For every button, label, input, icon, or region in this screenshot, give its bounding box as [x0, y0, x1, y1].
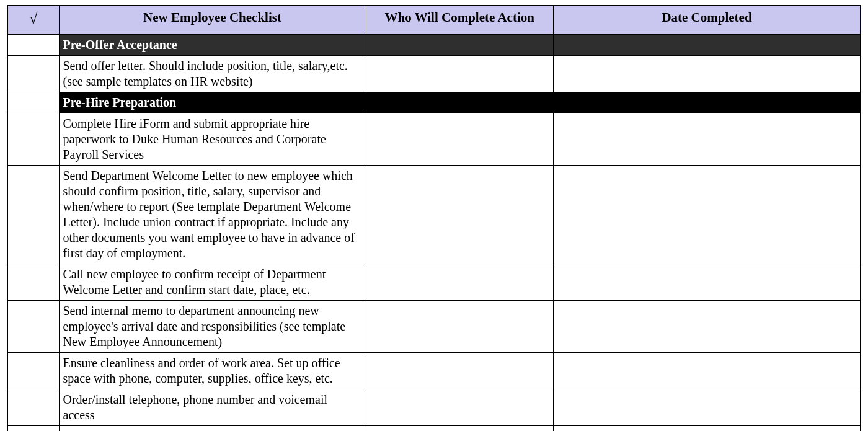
section-header-row: Pre-Offer Acceptance — [8, 35, 861, 56]
date-cell[interactable] — [554, 389, 861, 426]
who-cell[interactable] — [366, 301, 554, 353]
header-checkmark: √ — [8, 6, 60, 35]
check-cell[interactable] — [8, 389, 60, 426]
table-row: Ensure cleanliness and order of work are… — [8, 353, 861, 389]
section-who-cell — [366, 35, 554, 56]
table-row: Arrange for computer login and password … — [8, 426, 861, 432]
section-title: Pre-Hire Preparation — [59, 92, 861, 113]
who-cell[interactable] — [366, 113, 554, 166]
date-cell[interactable] — [554, 426, 861, 432]
check-cell[interactable] — [8, 56, 60, 92]
who-cell[interactable] — [366, 166, 554, 264]
checklist-item: Send internal memo to department announc… — [59, 301, 366, 353]
section-check-cell — [8, 35, 60, 56]
checklist-item: Order/install telephone, phone number an… — [59, 389, 366, 426]
check-cell[interactable] — [8, 426, 60, 432]
checklist-item: Complete Hire iForm and submit appropria… — [59, 113, 366, 166]
checklist-item: Arrange for computer login and password … — [59, 426, 366, 432]
date-cell[interactable] — [554, 301, 861, 353]
section-check-cell — [8, 92, 60, 113]
checklist-item: Ensure cleanliness and order of work are… — [59, 353, 366, 389]
check-cell[interactable] — [8, 353, 60, 389]
date-cell[interactable] — [554, 113, 861, 166]
table-row: Complete Hire iForm and submit appropria… — [8, 113, 861, 166]
section-header-row: Pre-Hire Preparation — [8, 92, 861, 113]
checklist-item: Send offer letter. Should include positi… — [59, 56, 366, 92]
check-cell[interactable] — [8, 166, 60, 264]
table-row: Send offer letter. Should include positi… — [8, 56, 861, 92]
who-cell[interactable] — [366, 56, 554, 92]
who-cell[interactable] — [366, 353, 554, 389]
date-cell[interactable] — [554, 166, 861, 264]
table-row: Send Department Welcome Letter to new em… — [8, 166, 861, 264]
check-cell[interactable] — [8, 113, 60, 166]
who-cell[interactable] — [366, 426, 554, 432]
header-checklist: New Employee Checklist — [59, 6, 366, 35]
checklist-item: Send Department Welcome Letter to new em… — [59, 166, 366, 264]
check-cell[interactable] — [8, 301, 60, 353]
table-row: Order/install telephone, phone number an… — [8, 389, 861, 426]
date-cell[interactable] — [554, 264, 861, 301]
table-header-row: √ New Employee Checklist Who Will Comple… — [8, 6, 861, 35]
who-cell[interactable] — [366, 389, 554, 426]
date-cell[interactable] — [554, 56, 861, 92]
who-cell[interactable] — [366, 264, 554, 301]
check-cell[interactable] — [8, 264, 60, 301]
header-date: Date Completed — [554, 6, 861, 35]
date-cell[interactable] — [554, 353, 861, 389]
table-row: Send internal memo to department announc… — [8, 301, 861, 353]
table-row: Call new employee to confirm receipt of … — [8, 264, 861, 301]
section-date-cell — [554, 35, 861, 56]
employee-checklist-table: √ New Employee Checklist Who Will Comple… — [7, 5, 861, 431]
section-title: Pre-Offer Acceptance — [59, 35, 366, 56]
checklist-item: Call new employee to confirm receipt of … — [59, 264, 366, 301]
header-who: Who Will Complete Action — [366, 6, 554, 35]
